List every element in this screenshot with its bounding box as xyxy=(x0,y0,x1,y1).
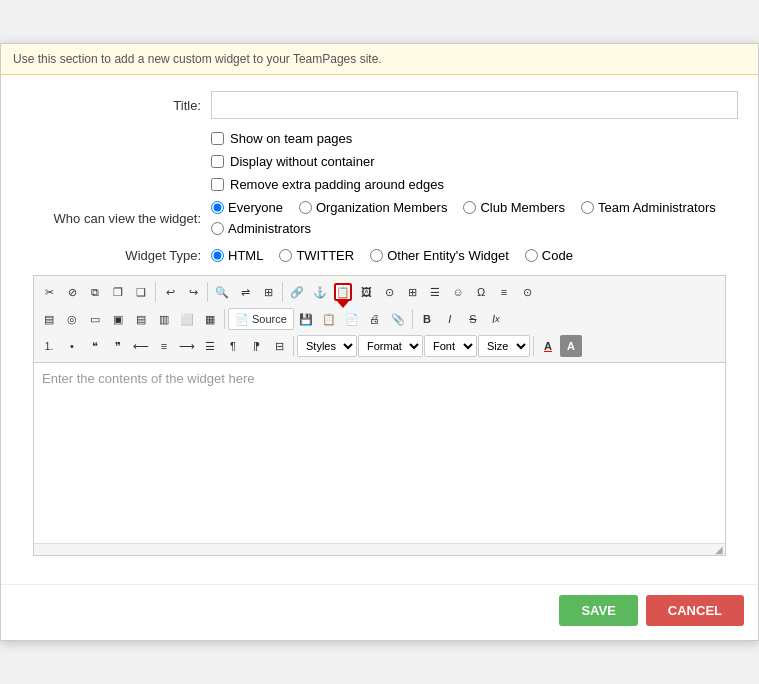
show-team-row: Show on team pages xyxy=(21,131,738,146)
find-button[interactable]: 🔍 xyxy=(211,281,233,303)
footer: SAVE CANCEL xyxy=(1,584,758,640)
special-char-button[interactable]: Ω xyxy=(470,281,492,303)
title-label: Title: xyxy=(21,98,211,113)
blocks-button[interactable]: ▦ xyxy=(199,308,221,330)
radio-other-input[interactable] xyxy=(370,249,383,262)
radio-html: HTML xyxy=(211,248,263,263)
remove-format-button[interactable]: Ix xyxy=(485,308,507,330)
title-input[interactable] xyxy=(211,91,738,119)
radio-html-input[interactable] xyxy=(211,249,224,262)
no-container-checkbox[interactable] xyxy=(211,155,224,168)
paragraph-button[interactable]: ¶ xyxy=(222,335,244,357)
unordered-list-button[interactable]: • xyxy=(61,335,83,357)
attach-button[interactable]: 📎 xyxy=(387,308,409,330)
form-body: Title: Show on team pages Display withou… xyxy=(1,75,758,584)
bidi-button[interactable]: ⁋ xyxy=(245,335,267,357)
no-padding-row: Remove extra padding around edges xyxy=(21,177,738,192)
other-button[interactable]: ⊙ xyxy=(516,281,538,303)
indent-block-button[interactable]: ❞ xyxy=(107,335,129,357)
editor-resize-handle[interactable]: ◢ xyxy=(34,543,725,555)
cancel-button[interactable]: CANCEL xyxy=(646,595,744,626)
radio-admin-label: Administrators xyxy=(228,221,311,236)
align-left-button[interactable]: ⟵ xyxy=(130,335,152,357)
strike-button[interactable]: S xyxy=(462,308,484,330)
bg-color-button[interactable]: A xyxy=(560,335,582,357)
bquote-button[interactable]: ▤ xyxy=(130,308,152,330)
italic-button[interactable]: I xyxy=(439,308,461,330)
font-dropdown[interactable]: Font xyxy=(424,335,477,357)
radio-code-input[interactable] xyxy=(525,249,538,262)
editor-content-area[interactable]: Enter the contents of the widget here xyxy=(34,363,725,543)
align-center-button[interactable]: ≡ xyxy=(153,335,175,357)
frame-button[interactable]: ▭ xyxy=(84,308,106,330)
toolbar-row-3: 1. • ❝ ❞ ⟵ ≡ ⟶ ☰ ¶ ⁋ ⊟ Styles Fo xyxy=(38,333,721,359)
sep-7 xyxy=(533,336,534,356)
radio-everyone-input[interactable] xyxy=(211,201,224,214)
editor-placeholder: Enter the contents of the widget here xyxy=(42,371,254,386)
hline-button[interactable]: ☰ xyxy=(424,281,446,303)
radio-org-input[interactable] xyxy=(299,201,312,214)
toolbar-row-1: ✂ ⊘ ⧉ ❐ ❑ ↩ ↪ 🔍 ⇌ ⊞ 🔗 ⚓ xyxy=(38,279,721,305)
show-team-checkbox[interactable] xyxy=(211,132,224,145)
dialog: Use this section to add a new custom wid… xyxy=(0,43,759,641)
sep-5 xyxy=(412,309,413,329)
image-button[interactable]: 🖼 xyxy=(355,281,377,303)
align-right-button[interactable]: ⟶ xyxy=(176,335,198,357)
show-team-label: Show on team pages xyxy=(230,131,352,146)
who-radio-group-2: Administrators xyxy=(211,221,738,236)
radio-btn2[interactable]: ◎ xyxy=(61,308,83,330)
radio-admin-input[interactable] xyxy=(211,222,224,235)
flash-button[interactable]: ⊙ xyxy=(378,281,400,303)
copy-button[interactable]: ⧉ xyxy=(84,281,106,303)
who-radio-group: Everyone Organization Members Club Membe… xyxy=(211,200,738,215)
radio-club: Club Members xyxy=(463,200,565,215)
sep-2 xyxy=(207,282,208,302)
radio-club-input[interactable] xyxy=(463,201,476,214)
paste-special-button[interactable]: 📋 xyxy=(332,281,354,303)
blockquote2-button[interactable]: ❝ xyxy=(84,335,106,357)
table-button[interactable]: ⊞ xyxy=(401,281,423,303)
select-all-button[interactable]: ⊞ xyxy=(257,281,279,303)
list-style-button[interactable]: ⊟ xyxy=(268,335,290,357)
lang-button[interactable]: ▥ xyxy=(153,308,175,330)
replace-button[interactable]: ⇌ xyxy=(234,281,256,303)
radio-team-admin-input[interactable] xyxy=(581,201,594,214)
undo-button[interactable]: ↩ xyxy=(159,281,181,303)
div-button[interactable]: ▤ xyxy=(38,308,60,330)
radio-code-label: Code xyxy=(542,248,573,263)
cut-button[interactable]: ✂ xyxy=(38,281,60,303)
ordered-list-button[interactable]: 1. xyxy=(38,335,60,357)
maximize-button[interactable]: ⬜ xyxy=(176,308,198,330)
tpl-button[interactable]: ▣ xyxy=(107,308,129,330)
source-page-icon: 📄 xyxy=(235,313,249,326)
paste-word-button[interactable]: ❑ xyxy=(130,281,152,303)
print-button[interactable]: 🖨 xyxy=(364,308,386,330)
radio-everyone-label: Everyone xyxy=(228,200,283,215)
paste-text-button[interactable]: ⊘ xyxy=(61,281,83,303)
no-padding-checkbox[interactable] xyxy=(211,178,224,191)
redo-button[interactable]: ↪ xyxy=(182,281,204,303)
radio-team-admin-label: Team Administrators xyxy=(598,200,716,215)
paste-button[interactable]: ❐ xyxy=(107,281,129,303)
resize-icon: ◢ xyxy=(715,544,723,555)
title-control xyxy=(211,91,738,119)
format-dropdown[interactable]: Format xyxy=(358,335,423,357)
radio-twitter-input[interactable] xyxy=(279,249,292,262)
save-draft-button[interactable]: 💾 xyxy=(295,308,317,330)
anchor-button[interactable]: ⚓ xyxy=(309,281,331,303)
bold-button[interactable]: B xyxy=(416,308,438,330)
size-dropdown[interactable]: Size xyxy=(478,335,530,357)
paste2-button[interactable]: 📋 xyxy=(318,308,340,330)
source-button[interactable]: 📄 Source xyxy=(228,308,294,330)
link-button[interactable]: 🔗 xyxy=(286,281,308,303)
smiley-button[interactable]: ☺ xyxy=(447,281,469,303)
sep-4 xyxy=(224,309,225,329)
who-row: Who can view the widget: Everyone Organi… xyxy=(21,200,738,236)
save-button[interactable]: SAVE xyxy=(559,595,637,626)
styles-dropdown[interactable]: Styles xyxy=(297,335,357,357)
font-color-button[interactable]: A xyxy=(537,335,559,357)
doc-button[interactable]: 📄 xyxy=(341,308,363,330)
iframe-button[interactable]: ≡ xyxy=(493,281,515,303)
radio-team-admin: Team Administrators xyxy=(581,200,716,215)
justify-button[interactable]: ☰ xyxy=(199,335,221,357)
